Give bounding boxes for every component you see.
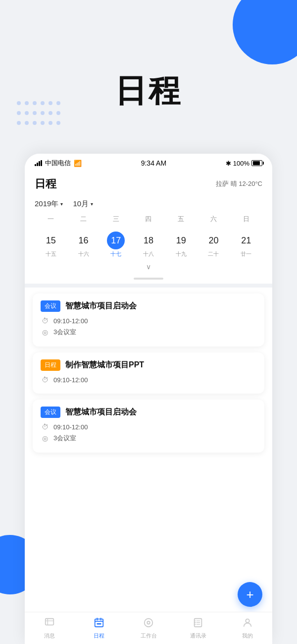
week-label-sat: 六 [198,213,230,226]
date-num: 15 [42,232,60,249]
carrier: 中国电信 [45,159,71,168]
calendar-section: 2019年 ▾ 10月 ▾ 一 二 三 四 五 六 日 15 十五 16 十六 [25,195,272,278]
date-num: 19 [172,232,190,249]
tab-workspace-icon [143,617,154,631]
date-lunar: 廿一 [241,250,251,258]
weather-info: 拉萨 晴 12-20°C [216,179,262,188]
week-label-tue: 二 [67,213,100,226]
location-text: 3会议室 [53,328,76,337]
event-location: ◎ 3会议室 [41,434,256,443]
week-label-fri: 五 [165,213,198,226]
tab-profile-label: 我的 [242,632,253,640]
status-right: ✱ 100% [226,160,262,167]
date-cell-21[interactable]: 21 廿一 [230,229,262,261]
clock-icon: ⏱ [41,423,50,431]
event-title: 智慧城市项目启动会 [65,301,137,311]
time-text: 09:10-12:00 [53,376,88,384]
date-lunar: 十六 [78,250,89,258]
month-label: 10月 [73,199,89,209]
tab-contacts-label: 通讯录 [190,632,206,640]
date-lunar: 十九 [176,250,187,258]
event-header: 日程 制作智慧城市项目PPT [41,359,256,371]
week-label-sun: 日 [230,213,262,226]
date-lunar: 十八 [143,250,154,258]
month-nav[interactable]: 10月 ▾ [73,199,93,209]
tab-workspace[interactable]: 工作台 [124,617,173,640]
event-time: ⏱ 09:10-12:00 [41,376,256,384]
scroll-hint [134,278,163,280]
svg-rect-1 [95,619,103,627]
week-label-mon: 一 [35,213,67,226]
tab-contacts[interactable]: 通讯录 [173,617,223,640]
bluetooth-icon: ✱ [226,160,231,167]
add-event-button[interactable]: + [238,582,262,607]
date-lunar: 十七 [110,250,121,258]
location-text: 3会议室 [53,434,76,443]
location-icon: ◎ [41,328,50,336]
event-header: 会议 智慧城市项目启动会 [41,407,256,418]
status-left: 中国电信 📶 [35,159,82,168]
event-location: ◎ 3会议室 [41,328,256,337]
section-divider [25,284,272,288]
date-num: 20 [204,232,222,249]
tab-contacts-icon [193,617,203,631]
signal-icon [35,160,42,166]
date-cell-20[interactable]: 20 二十 [198,229,230,261]
date-lunar: 十五 [46,250,56,258]
svg-rect-2 [97,623,101,624]
svg-rect-0 [46,618,54,625]
event-card-2[interactable]: 会议 智慧城市项目启动会 ⏱ 09:10-12:00 ◎ 3会议室 [33,400,264,453]
svg-point-6 [246,619,249,622]
expand-button[interactable]: ∨ [35,261,262,273]
tab-profile[interactable]: 我的 [223,617,272,640]
week-label-wed: 三 [99,213,132,226]
wifi-icon: 📶 [74,160,82,167]
date-cell-18[interactable]: 18 十八 [132,229,165,261]
tab-messages-label: 消息 [44,632,55,640]
tab-workspace-label: 工作台 [141,632,157,640]
event-tag: 会议 [41,300,60,312]
date-num: 16 [75,232,93,249]
date-cell-15[interactable]: 15 十五 [35,229,67,261]
event-card-0[interactable]: 会议 智慧城市项目启动会 ⏱ 09:10-12:00 ◎ 3会议室 [33,293,264,347]
event-title: 制作智慧城市项目PPT [65,360,144,370]
date-cell-19[interactable]: 19 十九 [165,229,198,261]
year-nav[interactable]: 2019年 ▾ [35,199,63,209]
date-num: 21 [237,232,255,249]
tab-schedule[interactable]: 日程 [74,617,124,640]
page-title: 日程 [0,69,297,113]
event-tag: 会议 [41,407,60,418]
events-section: 会议 智慧城市项目启动会 ⏱ 09:10-12:00 ◎ 3会议室 日程 制作智… [25,288,272,577]
status-bar: 中国电信 📶 9:34 AM ✱ 100% [25,154,272,173]
date-lunar: 二十 [208,250,219,258]
event-time: ⏱ 09:10-12:00 [41,423,256,431]
year-arrow: ▾ [60,201,63,207]
tab-bar: 消息 日程 工作台 [25,612,272,644]
event-tag: 日程 [41,359,60,371]
year-label: 2019年 [35,199,58,209]
month-arrow: ▾ [91,201,93,207]
date-cell-16[interactable]: 16 十六 [67,229,100,261]
event-card-1[interactable]: 日程 制作智慧城市项目PPT ⏱ 09:10-12:00 [33,352,264,394]
date-cell-17[interactable]: 17 十七 [99,229,132,261]
event-title: 智慧城市项目启动会 [65,407,137,417]
tab-messages[interactable]: 消息 [25,617,74,640]
time-text: 09:10-12:00 [53,423,88,431]
dates-row: 15 十五 16 十六 17 十七 18 十八 19 十九 20 二十 21 廿… [35,229,262,261]
event-time: ⏱ 09:10-12:00 [41,317,256,325]
time-text: 09:10-12:00 [53,317,88,325]
week-row: 一 二 三 四 五 六 日 [35,213,262,226]
tab-profile-icon [242,617,253,631]
status-time: 9:34 AM [141,159,166,167]
expand-icon: ∨ [146,263,151,271]
phone-frame: 中国电信 📶 9:34 AM ✱ 100% 日程 拉萨 晴 12-20°C 20… [25,154,272,644]
battery-percent: 100% [233,160,249,167]
page-title-area: 日程 [0,69,297,113]
app-header-title: 日程 [35,176,56,191]
app-header: 日程 拉萨 晴 12-20°C [25,173,272,195]
tab-schedule-icon [94,617,104,631]
event-header: 会议 智慧城市项目启动会 [41,300,256,312]
svg-point-4 [147,621,150,624]
week-label-thu: 四 [132,213,165,226]
plus-icon: + [246,587,253,602]
